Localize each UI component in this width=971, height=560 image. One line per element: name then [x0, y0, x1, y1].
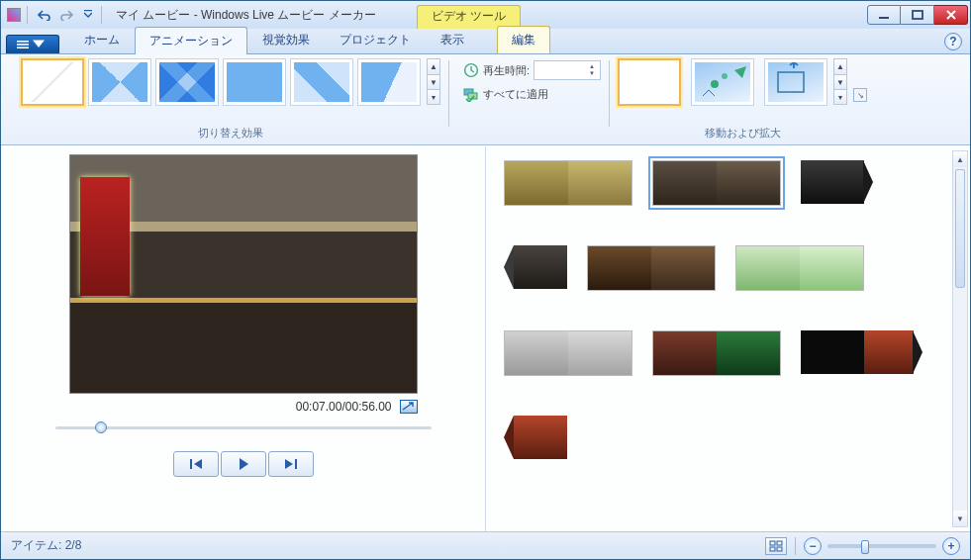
status-items: アイテム: 2/8 [11, 537, 81, 554]
zoom-slider[interactable] [827, 544, 936, 548]
svg-point-10 [722, 73, 728, 79]
window-controls [867, 5, 968, 25]
panzoom-group-label: 移動および拡大 [705, 124, 781, 142]
panzoom-auto[interactable] [691, 58, 754, 106]
svg-rect-14 [770, 541, 775, 545]
statusbar: アイテム: 2/8 − + [1, 531, 970, 559]
clip-3[interactable] [801, 160, 873, 206]
transition-sweep[interactable] [357, 58, 421, 106]
svg-rect-13 [295, 459, 297, 469]
storyboard[interactable]: ▲ ▼ [486, 146, 970, 531]
svg-rect-15 [777, 541, 782, 545]
app-icon [7, 8, 21, 22]
apply-all-button[interactable]: すべてに適用 [463, 86, 548, 102]
undo-button[interactable] [34, 5, 53, 25]
minimize-button[interactable] [867, 5, 901, 25]
apply-all-icon [463, 86, 479, 102]
svg-rect-1 [879, 17, 889, 19]
zoom-knob[interactable] [861, 540, 869, 554]
ribbon: ▲ ▼ ▾ 切り替え効果 再生時間: ▲▼ [1, 54, 970, 145]
preview-pane: 00:07.00/00:56.00 [1, 146, 486, 531]
play-button[interactable] [221, 451, 266, 477]
transitions-group-label: 切り替え効果 [198, 124, 263, 142]
redo-button[interactable] [57, 5, 77, 25]
clip-1[interactable] [504, 160, 632, 206]
storyboard-scrollbar[interactable]: ▲ ▼ [952, 150, 968, 527]
panzoom-zoomin[interactable] [764, 58, 827, 106]
panzoom-gallery-scroll[interactable]: ▲ ▼ ▾ [833, 58, 847, 105]
prev-frame-button[interactable] [173, 451, 219, 477]
svg-point-9 [711, 80, 719, 88]
gallery-up-icon[interactable]: ▲ [428, 59, 439, 74]
close-button[interactable] [934, 5, 968, 25]
panzoom-gallery [618, 58, 827, 106]
svg-rect-17 [777, 547, 782, 551]
clip-7[interactable] [504, 330, 632, 376]
tab-home[interactable]: ホーム [69, 26, 135, 53]
transition-cross[interactable] [290, 58, 353, 106]
svg-rect-16 [770, 547, 775, 551]
svg-rect-2 [913, 11, 922, 19]
tab-view[interactable]: 表示 [426, 26, 479, 53]
seek-knob[interactable] [95, 421, 107, 433]
ribbon-tabs: ホーム アニメーション 視覚効果 プロジェクト 表示 編集 ? [1, 29, 970, 54]
transition-none[interactable] [21, 58, 84, 106]
duration-input[interactable]: ▲▼ [534, 60, 601, 80]
zoom-control: − + [804, 537, 960, 555]
thumbnail-view-button[interactable] [765, 537, 787, 555]
spin-up-icon[interactable]: ▲ [587, 63, 597, 70]
zoom-out-button[interactable]: − [804, 537, 822, 555]
clip-6[interactable] [735, 245, 864, 291]
panzoom-none[interactable] [618, 58, 681, 106]
svg-rect-0 [84, 10, 92, 11]
fullscreen-button[interactable] [400, 400, 418, 414]
gallery-down-icon[interactable]: ▼ [834, 74, 846, 89]
clip-8[interactable] [652, 330, 781, 376]
svg-rect-11 [778, 72, 804, 92]
time-display: 00:07.00/00:56.00 [296, 400, 392, 414]
app-window: マイ ムービー - Windows Live ムービー メーカー ビデオ ツール… [0, 0, 971, 560]
window-title: マイ ムービー - Windows Live ムービー メーカー [116, 7, 376, 24]
transition-diamond[interactable] [223, 58, 286, 106]
tab-edit[interactable]: 編集 [497, 26, 550, 53]
clip-4[interactable] [504, 245, 567, 291]
transitions-gallery: ▲ ▼ ▾ [21, 58, 440, 106]
playback-controls [173, 451, 314, 477]
tab-animations[interactable]: アニメーション [135, 27, 247, 54]
svg-rect-12 [190, 459, 192, 469]
clip-2[interactable] [652, 160, 781, 206]
transition-diagonal[interactable] [155, 58, 219, 106]
svg-rect-3 [17, 41, 29, 43]
gallery-more-icon[interactable]: ▾ [834, 89, 846, 104]
transition-crossfade[interactable] [88, 58, 151, 106]
file-menu-button[interactable] [6, 35, 59, 53]
gallery-more-icon[interactable]: ▾ [428, 89, 439, 104]
tab-visual-effects[interactable]: 視覚効果 [247, 26, 325, 53]
clock-icon [463, 62, 479, 78]
panzoom-dialog-launcher[interactable]: ↘ [853, 88, 867, 102]
qat-customize-button[interactable] [81, 5, 95, 25]
duration-label: 再生時間: [483, 63, 530, 78]
maximize-button[interactable] [901, 5, 934, 25]
clip-9[interactable] [801, 330, 922, 376]
scroll-thumb[interactable] [955, 169, 965, 288]
clip-10[interactable] [504, 416, 567, 459]
seek-slider[interactable] [55, 418, 432, 437]
svg-rect-5 [17, 47, 29, 48]
svg-rect-4 [17, 44, 29, 46]
help-button[interactable]: ? [944, 33, 962, 50]
gallery-up-icon[interactable]: ▲ [834, 59, 846, 74]
spin-down-icon[interactable]: ▼ [587, 70, 597, 77]
scroll-up-icon[interactable]: ▲ [953, 151, 967, 167]
apply-all-label: すべてに適用 [483, 87, 548, 102]
scroll-down-icon[interactable]: ▼ [953, 511, 967, 526]
next-frame-button[interactable] [268, 451, 314, 477]
main-area: 00:07.00/00:56.00 [1, 145, 970, 531]
clip-5[interactable] [587, 245, 716, 291]
transitions-gallery-scroll[interactable]: ▲ ▼ ▾ [427, 58, 440, 105]
zoom-in-button[interactable]: + [942, 537, 960, 555]
preview-video[interactable] [69, 154, 418, 394]
gallery-down-icon[interactable]: ▼ [428, 74, 439, 89]
tab-project[interactable]: プロジェクト [325, 26, 426, 53]
